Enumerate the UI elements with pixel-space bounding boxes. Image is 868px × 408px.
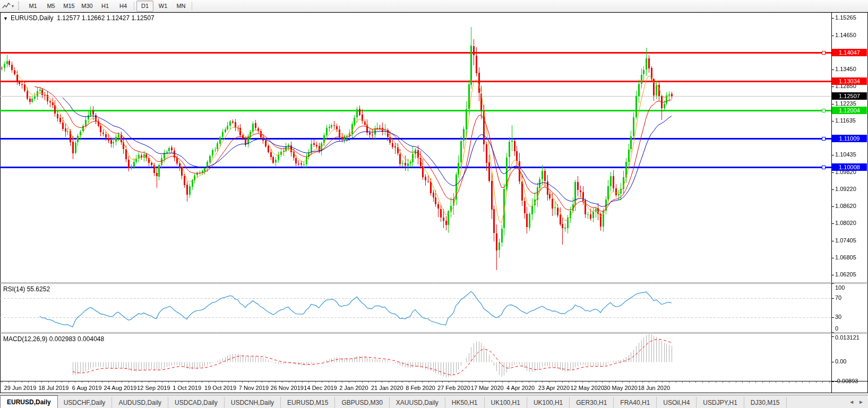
hline-price-badge[interactable]: 1.10008 [832, 163, 867, 171]
timeframe-button-m15[interactable]: M15 [61, 1, 78, 12]
timeframe-button-w1[interactable]: W1 [154, 1, 171, 12]
chevron-down-icon: ▾ [12, 4, 14, 8]
toolbar-separator [134, 2, 134, 10]
chart-tab-usdcnh-daily[interactable]: USDCNH,Daily [225, 397, 281, 408]
chart-tab-uk100-h1[interactable]: UK100,H1 [527, 397, 570, 408]
hline-price-badge[interactable]: 1.13034 [832, 77, 867, 85]
timeframe-button-m5[interactable]: M5 [42, 1, 59, 12]
chart-tab-eurusd-daily[interactable]: EURUSD,Daily [0, 395, 58, 408]
chart-tab-fra40-h1[interactable]: FRA40,H1 [614, 397, 657, 408]
tab-scroll-left-icon[interactable]: ◄ [849, 399, 854, 405]
toolbar-separator [192, 2, 192, 10]
chart-tab-bar: EURUSD,DailyUSDCHF,DailyAUDUSD,DailyUSDC… [0, 395, 868, 408]
hline-price-badge[interactable]: 1.14047 [832, 49, 867, 56]
timeframe-button-mn[interactable]: MN [173, 1, 190, 12]
timeframe-button-d1[interactable]: D1 [136, 1, 153, 12]
tab-scroll-right-icon[interactable]: ► [858, 399, 864, 405]
timeframe-button-h4[interactable]: H4 [115, 1, 132, 12]
current-price-badge: 1.12507 [832, 92, 867, 100]
chart-tab-xauusd-daily[interactable]: XAUUSD,Daily [390, 397, 445, 408]
chart-tab-ger30-h1[interactable]: GER30,H1 [570, 397, 614, 408]
chart-tab-gbpusd-m30[interactable]: GBPUSD,M30 [335, 397, 389, 408]
chart-tab-audusd-daily[interactable]: AUDUSD,Daily [112, 397, 168, 408]
chart-tab-eurusd-m15[interactable]: EURUSD,M15 [281, 397, 335, 408]
timeframe-button-m1[interactable]: M1 [24, 1, 41, 12]
timeframe-button-h1[interactable]: H1 [97, 1, 114, 12]
tab-scroll-nav: ◄► [845, 395, 868, 408]
chart-tab-usdcad-daily[interactable]: USDCAD,Daily [168, 397, 225, 408]
hline-price-badge[interactable]: 1.12004 [832, 107, 867, 114]
chart-tab-usoil-h4[interactable]: USOil,H4 [657, 397, 697, 408]
top-toolbar: ▾ M1M5M15M30H1H4D1W1MN [0, 0, 868, 12]
chart-tab-uk100-h1[interactable]: UK100,H1 [485, 397, 527, 408]
chart-tab-usdjpy-h1[interactable]: USDJPY,H1 [697, 397, 744, 408]
timeframe-toolbar: M1M5M15M30H1H4D1W1MN [24, 1, 194, 12]
price-chart-canvas[interactable] [0, 12, 868, 395]
hline-price-badge[interactable]: 1.11009 [832, 135, 867, 142]
chart-window: ▼EURUSD,Daily 1.12577 1.12662 1.12427 1.… [0, 12, 868, 395]
chart-tab-hk50-h1[interactable]: HK50,H1 [445, 397, 485, 408]
chart-mode-icon[interactable]: ▾ [0, 1, 16, 11]
chart-tab-dj30-m15[interactable]: DJ30,M15 [744, 397, 787, 408]
toolbar-grip[interactable] [18, 2, 22, 10]
timeframe-button-m30[interactable]: M30 [79, 1, 96, 12]
chart-tab-usdchf-daily[interactable]: USDCHF,Daily [57, 397, 113, 408]
